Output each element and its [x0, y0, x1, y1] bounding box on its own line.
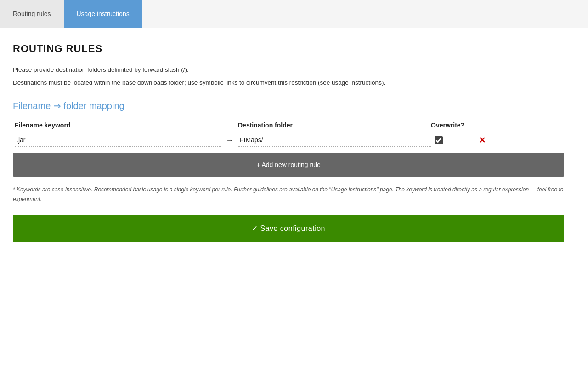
overwrite-cell: [431, 136, 468, 144]
col-header-destination: Destination folder: [238, 121, 431, 129]
table-row: → ✕: [13, 133, 575, 147]
mapping-header: Filename keyword Destination folder Over…: [13, 121, 575, 129]
delete-cell: ✕: [468, 136, 573, 144]
keyword-input[interactable]: [15, 133, 221, 147]
tab-bar: Routing rules Usage instructions: [0, 0, 588, 28]
delete-rule-button[interactable]: ✕: [477, 136, 487, 144]
main-content: ROUTING RULES Please provide destination…: [0, 28, 588, 255]
footer-note: * Keywords are case-insensitive. Recomme…: [13, 185, 564, 204]
col-header-overwrite: Overwrite?: [431, 121, 573, 129]
arrow-icon: →: [221, 136, 238, 144]
section-heading: Filename ⇒ folder mapping: [13, 100, 575, 111]
page-title: ROUTING RULES: [13, 43, 575, 55]
overwrite-checkbox[interactable]: [435, 136, 443, 144]
save-button[interactable]: ✓ Save configuration: [13, 215, 564, 242]
tab-routing-rules[interactable]: Routing rules: [0, 0, 64, 28]
destination-input[interactable]: [238, 133, 431, 147]
description-line2: Destinations must be located within the …: [13, 78, 575, 88]
col-header-keyword: Filename keyword: [15, 121, 221, 129]
add-rule-button[interactable]: + Add new routing rule: [13, 153, 564, 177]
tab-usage-instructions[interactable]: Usage instructions: [64, 0, 142, 28]
description-line1: Please provide destination folders delim…: [13, 65, 575, 75]
